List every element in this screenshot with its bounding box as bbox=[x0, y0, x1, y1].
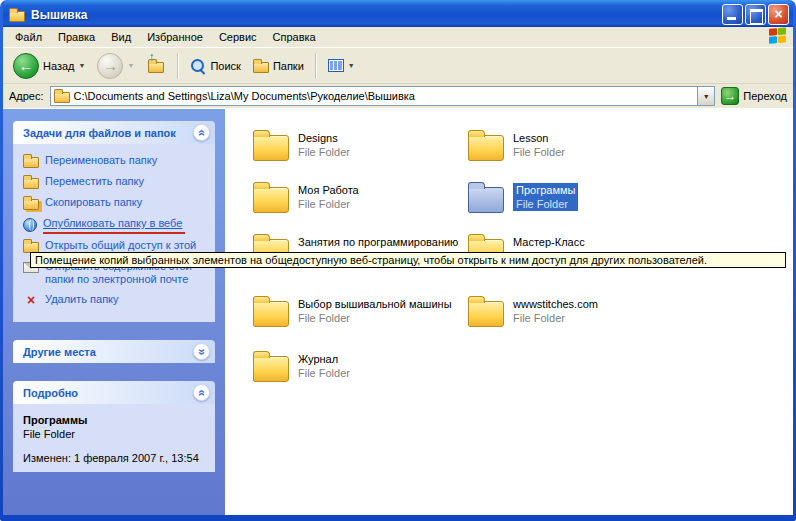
toolbar: ← Назад ▼ → ▼ ↑ Поиск Папки bbox=[3, 48, 793, 84]
move-folder-icon bbox=[23, 178, 39, 189]
folders-icon bbox=[253, 62, 269, 73]
menu-edit[interactable]: Правка bbox=[50, 28, 103, 46]
address-folder-icon bbox=[54, 92, 70, 103]
views-button[interactable]: ▼ bbox=[324, 57, 359, 74]
forward-icon: → bbox=[97, 53, 123, 79]
window-folder-icon bbox=[9, 11, 25, 22]
menu-tools[interactable]: Сервис bbox=[211, 28, 265, 46]
details-modified: Изменен: 1 февраля 2007 г., 13:54 bbox=[23, 452, 207, 464]
section-file-tasks: Задачи для файлов и папок » Переименоват… bbox=[13, 121, 215, 322]
collapse-button[interactable]: » bbox=[193, 124, 210, 141]
title-bar[interactable]: Вышивка × bbox=[3, 0, 793, 27]
windows-logo-icon bbox=[769, 27, 789, 46]
file-tasks-body: Переименовать папку Переместить папку Ск… bbox=[13, 144, 215, 322]
explorer-window: Вышивка × Файл Правка Вид Избранное Серв… bbox=[0, 0, 796, 521]
task-copy-folder[interactable]: Скопировать папку bbox=[23, 196, 207, 210]
chevron-down-icon: « bbox=[196, 348, 208, 355]
address-dropdown-button[interactable]: ▼ bbox=[697, 87, 714, 105]
address-label: Адрес: bbox=[9, 90, 44, 102]
window-title: Вышивка bbox=[31, 8, 720, 22]
other-places-title: Другие места bbox=[23, 346, 96, 358]
chevron-up-icon: » bbox=[196, 129, 208, 136]
menu-help[interactable]: Справка bbox=[265, 28, 324, 46]
menu-favorites[interactable]: Избранное bbox=[139, 28, 211, 46]
toolbar-separator bbox=[177, 53, 179, 79]
back-icon: ← bbox=[13, 53, 39, 79]
folder-icon bbox=[468, 301, 504, 327]
folder-icon bbox=[253, 187, 289, 213]
details-type: File Folder bbox=[23, 428, 207, 440]
file-item-designs[interactable]: Designs File Folder bbox=[253, 131, 350, 161]
search-label: Поиск bbox=[210, 60, 240, 72]
back-dropdown-icon[interactable]: ▼ bbox=[79, 62, 86, 69]
task-move-folder[interactable]: Переместить папку bbox=[23, 175, 207, 189]
other-places-header[interactable]: Другие места « bbox=[13, 340, 215, 363]
task-publish-folder[interactable]: Опубликовать папку в вебе bbox=[23, 217, 207, 232]
details-header[interactable]: Подробно » bbox=[13, 381, 215, 404]
task-delete-folder[interactable]: × Удалить папку bbox=[23, 293, 207, 307]
file-item-wwwstitches[interactable]: wwwstitches.com File Folder bbox=[468, 297, 598, 327]
file-tasks-title: Задачи для файлов и папок bbox=[23, 127, 176, 139]
folders-button[interactable]: Папки bbox=[249, 57, 308, 75]
menu-bar: Файл Правка Вид Избранное Сервис Справка bbox=[3, 27, 793, 48]
forward-dropdown-icon: ▼ bbox=[127, 62, 134, 69]
expand-button[interactable]: « bbox=[193, 343, 210, 360]
menu-view[interactable]: Вид bbox=[103, 28, 139, 46]
collapse-button[interactable]: » bbox=[193, 384, 210, 401]
up-arrow-icon: ↑ bbox=[148, 50, 154, 64]
folder-icon bbox=[253, 301, 289, 327]
section-details: Подробно » Программы File Folder Изменен… bbox=[13, 381, 215, 472]
folder-icon bbox=[468, 135, 504, 161]
copy-folder-icon bbox=[23, 199, 39, 210]
toolbar-separator bbox=[315, 53, 317, 79]
menu-file[interactable]: Файл bbox=[7, 28, 50, 46]
views-icon bbox=[328, 59, 344, 72]
close-button[interactable]: × bbox=[768, 4, 789, 25]
task-share-folder[interactable]: Открыть общий доступ к этой bbox=[23, 239, 207, 253]
search-icon bbox=[190, 58, 206, 74]
details-body: Программы File Folder Изменен: 1 февраля… bbox=[13, 404, 215, 472]
details-title: Подробно bbox=[23, 387, 78, 399]
publish-web-icon bbox=[23, 218, 37, 232]
file-item-zhurnal[interactable]: Журнал File Folder bbox=[253, 352, 350, 382]
file-item-lesson[interactable]: Lesson File Folder bbox=[468, 131, 565, 161]
file-item-moya-rabota[interactable]: Моя Работа File Folder bbox=[253, 183, 359, 213]
search-button[interactable]: Поиск bbox=[186, 56, 244, 76]
file-item-vybor-mashiny[interactable]: Выбор вышивальной машины File Folder bbox=[253, 297, 452, 327]
forward-button[interactable]: → ▼ bbox=[93, 51, 138, 81]
address-bar: Адрес: C:\Documents and Settings\Liza\My… bbox=[3, 84, 793, 109]
views-dropdown-icon: ▼ bbox=[348, 62, 355, 69]
details-name: Программы bbox=[23, 414, 207, 426]
file-list-area[interactable]: Designs File Folder Lesson File Folder М… bbox=[225, 109, 793, 515]
file-tasks-header[interactable]: Задачи для файлов и папок » bbox=[13, 121, 215, 144]
go-label: Переход bbox=[743, 90, 787, 102]
go-button[interactable]: → Переход bbox=[721, 87, 787, 105]
section-other-places: Другие места « bbox=[13, 340, 215, 363]
annotation-underline bbox=[43, 232, 185, 234]
chevron-up-icon: » bbox=[196, 389, 208, 396]
task-rename-folder[interactable]: Переименовать папку bbox=[23, 154, 207, 168]
folder-icon-selected bbox=[468, 187, 504, 213]
back-label: Назад bbox=[43, 60, 75, 72]
address-path[interactable]: C:\Documents and Settings\Liza\My Docume… bbox=[74, 90, 694, 102]
delete-icon: × bbox=[23, 293, 39, 307]
up-button[interactable]: ↑ bbox=[144, 57, 168, 75]
folder-icon bbox=[253, 135, 289, 161]
folders-label: Папки bbox=[273, 60, 304, 72]
folder-icon bbox=[253, 356, 289, 382]
file-item-programmy-selected[interactable]: Программы File Folder bbox=[468, 183, 578, 213]
maximize-button[interactable] bbox=[745, 4, 766, 25]
address-combobox[interactable]: C:\Documents and Settings\Liza\My Docume… bbox=[50, 86, 716, 106]
task-pane: Задачи для файлов и папок » Переименоват… bbox=[3, 109, 225, 515]
minimize-button[interactable] bbox=[722, 4, 743, 25]
back-button[interactable]: ← Назад ▼ bbox=[9, 51, 89, 81]
tooltip: Помещение копий выбранных элементов на о… bbox=[30, 252, 786, 268]
go-icon: → bbox=[721, 87, 739, 105]
rename-folder-icon bbox=[23, 157, 39, 168]
